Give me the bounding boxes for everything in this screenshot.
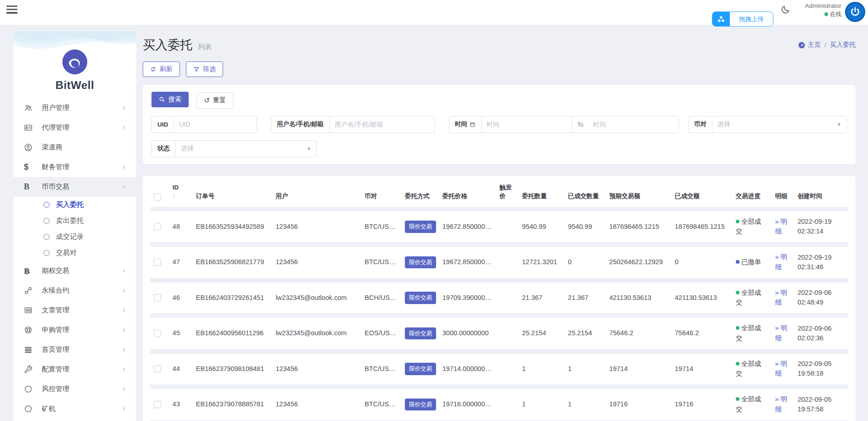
sidebar-item-label: 首页管理 <box>42 345 121 354</box>
cell-user: 123456 <box>272 211 361 243</box>
sidebar-item-label: 期权交易 <box>42 266 121 275</box>
sidebar-item-dollar[interactable]: $财务管理 <box>13 157 136 177</box>
hamburger-menu-icon[interactable] <box>6 6 17 14</box>
col-created: 创建时间 <box>794 176 848 207</box>
filter-button[interactable]: 筛选 <box>186 61 223 77</box>
row-gap <box>150 313 848 318</box>
sidebar-item-lifebuoy[interactable]: 申购管理 <box>13 320 136 340</box>
sidebar-item-label: 申购管理 <box>42 326 121 334</box>
detail-link[interactable]: » 明细 <box>775 253 787 271</box>
sidebar-subitem[interactable]: 交易对 <box>13 245 136 261</box>
cell-price: 19672.85000000 <box>439 211 496 243</box>
breadcrumb-current: 买入委托 <box>830 41 856 49</box>
col-progress: 交易进度 <box>732 176 772 207</box>
detail-link[interactable]: » 明细 <box>775 218 787 235</box>
search-button[interactable]: 搜索 <box>151 92 189 107</box>
account-input[interactable] <box>330 116 435 133</box>
status-select[interactable]: 选择 ▼ <box>176 141 316 157</box>
cell-progress: 全部成交 <box>732 389 772 420</box>
chevron-left-icon <box>121 164 127 170</box>
sidebar-subitem[interactable]: 成交记录 <box>13 229 136 245</box>
sidebar-item-idcard[interactable]: 代理管理 <box>13 118 136 138</box>
time-label: 时间 <box>449 116 482 133</box>
detail-link[interactable]: » 明细 <box>775 324 787 342</box>
cell-filled-value: 75646.2 <box>671 318 732 349</box>
cell-expected-value: 187698465.1215 <box>605 211 671 243</box>
cell-filled-amount: 21.367 <box>564 283 605 314</box>
order-type-badge: 限价交易 <box>405 399 436 411</box>
row-checkbox[interactable] <box>154 259 161 266</box>
refresh-button[interactable]: 刷新 <box>143 61 180 77</box>
cell-expected-value: 250264622.12929 <box>605 247 671 278</box>
sidebar-subitem[interactable]: 卖出委托 <box>13 213 136 229</box>
sidebar-subitem-label: 卖出委托 <box>56 216 84 225</box>
pair-select[interactable]: 选择 ▼ <box>712 116 846 133</box>
sidebar-item-chain[interactable]: 永续合约 <box>13 281 136 300</box>
sidebar-item-baht[interactable]: ฿期权交易 <box>13 261 136 281</box>
sidebar-item-list[interactable]: 首页管理 <box>13 340 136 360</box>
user-info[interactable]: Administrator 在线 <box>782 2 841 18</box>
uid-label: UID <box>152 116 174 133</box>
sidebar-item-label: 文章管理 <box>42 306 121 315</box>
sort-asc-icon: ↑ <box>173 192 189 201</box>
time-from-input[interactable] <box>482 116 572 133</box>
sidebar-item-bitcoinB[interactable]: B币币交易 <box>13 177 136 197</box>
chevron-left-icon <box>121 386 127 392</box>
cell-created: 2022-09-1902:31:46 <box>794 247 848 278</box>
cell-trigger-price <box>496 211 518 243</box>
table-row: 48 EB1663525934492589 123456 BTC/USDT 限价… <box>150 211 848 243</box>
cell-pair: BTC/USDT <box>361 247 401 278</box>
col-price: 委托价格 <box>439 176 496 207</box>
wrench-icon <box>24 365 36 374</box>
col-user: 用户 <box>272 176 361 207</box>
search-icon <box>159 96 165 103</box>
cell-id: 43 <box>169 389 192 420</box>
col-detail: 明细 <box>771 176 794 207</box>
drag-upload-button[interactable]: 拖拽上传 <box>712 11 773 27</box>
uid-input[interactable] <box>174 116 257 133</box>
row-gap <box>150 384 848 389</box>
sidebar-item-news[interactable]: 文章管理 <box>13 300 136 320</box>
sidebar-subitem[interactable]: 买入委托 <box>13 197 136 213</box>
cell-progress: 全部成交 <box>732 283 772 314</box>
col-id[interactable]: ID↑ <box>169 176 192 207</box>
detail-link[interactable]: » 明细 <box>775 289 787 306</box>
news-icon <box>24 306 36 315</box>
time-to-input[interactable] <box>588 116 678 133</box>
reset-button[interactable]: ↺ 重置 <box>196 92 233 109</box>
row-checkbox[interactable] <box>154 330 161 337</box>
table-row: 46 EB1662403729261451 lw232345@outlook.c… <box>150 283 848 314</box>
power-icon <box>849 6 861 18</box>
sidebar-item-circle[interactable]: 风控管理 <box>13 379 136 399</box>
sidebar-item-circle[interactable]: 矿机 <box>13 399 136 419</box>
lifebuoy-icon <box>24 326 36 334</box>
table-row: 43 EB1662379078885781 123456 BTC/USDT 限价… <box>150 389 848 420</box>
breadcrumb-home-link[interactable]: 主页 <box>798 41 821 49</box>
chevron-down-icon <box>121 184 127 190</box>
status-dot <box>736 362 739 366</box>
row-checkbox[interactable] <box>154 294 161 301</box>
detail-link[interactable]: » 明细 <box>775 395 787 413</box>
avatar[interactable] <box>845 2 865 22</box>
upload-circles-icon <box>712 12 730 26</box>
uid-field-group: UID <box>151 116 257 133</box>
detail-link[interactable]: » 明细 <box>775 360 787 377</box>
cell-user: lw232345@outlook.com <box>272 283 361 314</box>
order-type-badge: 限价交易 <box>405 327 436 340</box>
sidebar-item-wrench[interactable]: 配置管理 <box>13 360 136 379</box>
row-checkbox[interactable] <box>154 401 161 408</box>
circle-icon <box>44 218 50 224</box>
select-all-checkbox[interactable] <box>154 194 161 201</box>
row-checkbox[interactable] <box>154 223 161 230</box>
filter-panel: 搜索 ↺ 重置 UID 用户名/手机/邮箱 时间 <box>143 85 856 164</box>
sidebar-item-person[interactable]: 渠道商 <box>13 138 136 157</box>
col-filled-amount: 已成交数量 <box>564 176 605 207</box>
cell-id: 48 <box>169 211 192 243</box>
table-header-row: ID↑ 订单号 用户 币对 委托方式 委托价格 触发价 委托数量 已成交数量 预… <box>150 176 848 207</box>
cell-trigger-price <box>496 389 518 420</box>
circle-icon <box>24 385 36 393</box>
account-label: 用户名/手机/邮箱 <box>271 116 330 133</box>
chevron-left-icon <box>121 366 127 372</box>
sidebar-item-users[interactable]: 用户管理 <box>13 98 136 118</box>
row-checkbox[interactable] <box>154 365 161 372</box>
